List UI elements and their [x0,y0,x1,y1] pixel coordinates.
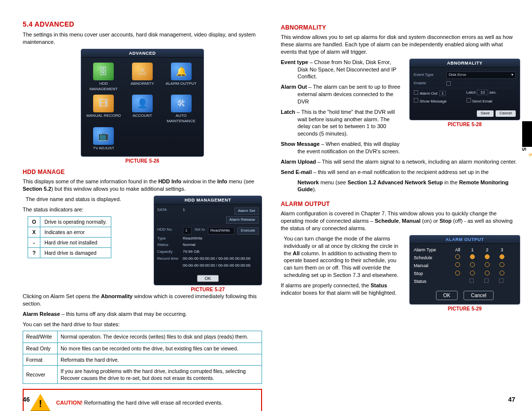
picture-caption: PICTURE 5-27 [154,286,262,293]
page-number-right: 47 [508,395,515,404]
status-indicators-line: The status indicators are: [23,206,147,213]
manual-record-icon: 🎞 [93,95,114,112]
right-page: ABNORMALITY This window allows you to se… [281,20,520,411]
picture-caption: PICTURE 5-26 [81,158,204,165]
drive-states-table: Read/WriteNormal operation. The device r… [23,331,262,384]
picture-caption: PICTURE 5-29 [409,306,520,312]
cancel-button[interactable]: Cancel [496,110,516,117]
hdd-management-icon: 🗄 [93,63,114,80]
shot-title: ADVANCED [81,49,203,58]
cancel-button[interactable]: Cancel [464,291,494,301]
chapter-tab: CHAPTER 5 MENUS [522,121,532,162]
status-indicator-table: ODrive is operating normally. XIndicates… [28,216,111,259]
section-heading: 5.4 ADVANCED [23,20,262,29]
alarm-upload-def: Alarm Upload – This will send the alarm … [281,158,520,166]
warning-icon: ! [31,394,50,411]
drive-name-line: The drive name and status is displayed. [26,196,147,203]
account-icon: 👤 [132,95,153,112]
alarm-set-text: Clicking on Alarm Set opens the Abnormal… [23,293,262,308]
picture-caption: PICTURE 5-28 [409,121,520,128]
abnormality-screenshot: ABNORMALITY Event TypeDisk Error▾ Enable… [409,59,520,120]
ok-button[interactable]: OK [436,291,458,301]
alarm-output-screenshot: ALARM OUTPUT Alarm TypeAll123 Schedule M… [409,235,520,305]
hdd-management-screenshot: HDD MANAGEMENT SATA1Alarm Set Alarm Rele… [154,196,262,285]
alarm-output-icon: 🔔 [171,63,192,80]
tv-adjust-icon: 📺 [93,127,114,145]
ok-button[interactable]: OK [197,275,218,282]
alarm-release-text: Alarm Release – this turns off any disk … [23,310,262,318]
send-email-def: Send E-mail – this will send an e-mail n… [281,169,520,176]
abnormality-heading: ABNORMALITY [281,24,520,32]
page-number-left: 46 [23,395,30,404]
advanced-menu-screenshot: ADVANCED 🗄HDD MANAGEMENT ⚠ABNORMITY 🔔ALA… [81,49,204,157]
abnormity-icon: ⚠ [132,63,153,80]
four-states-text: You can set the hard drive to four state… [23,321,262,328]
intro-text: The settings in this menu cover user acc… [23,31,262,46]
hdd-manage-heading: HDD MANAGE [23,168,262,176]
caution-box: ! CAUTION! Reformatting the hard drive w… [23,389,262,411]
auto-maintenance-icon: 🛠 [171,95,192,112]
alarm-output-heading: ALARM OUTPUT [281,200,520,208]
alarm-output-intro: Alarm configuration is covered in Chapte… [281,210,520,232]
hdd-intro: This displays some of the same informati… [23,178,262,193]
save-button[interactable]: Save [477,110,494,117]
left-page: 5.4 ADVANCED The settings in this menu c… [23,20,262,411]
abnormality-intro: This window allows you to set up alarms … [281,34,520,56]
